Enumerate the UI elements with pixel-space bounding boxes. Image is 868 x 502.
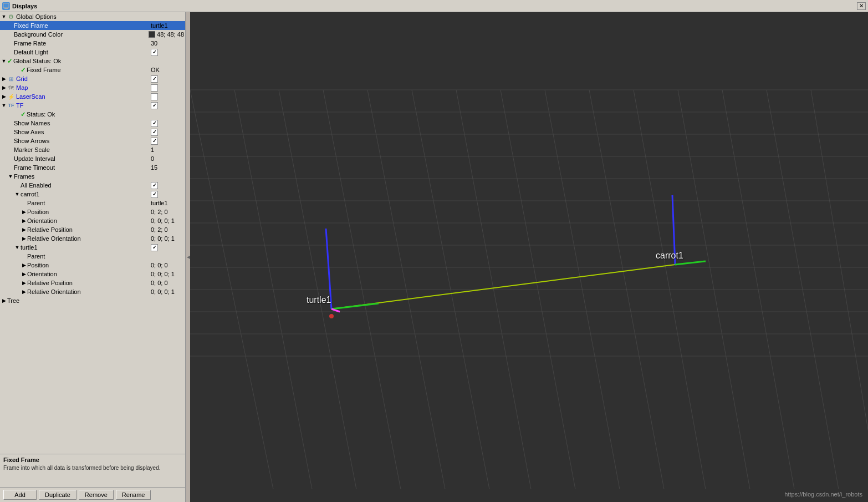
global-status-ff-row[interactable]: ✓ Fixed Frame OK xyxy=(0,65,185,74)
carrot1-relori-expand[interactable] xyxy=(21,236,27,241)
turtle1-x-axis xyxy=(331,303,379,309)
carrot1-z-axis xyxy=(672,195,675,265)
turtle1-position-row[interactable]: Position 0; 0; 0 xyxy=(0,261,185,270)
turtle1-relori-row[interactable]: Relative Orientation 0; 0; 0; 1 xyxy=(0,287,185,296)
info-panel: Fixed Frame Frame into which all data is… xyxy=(0,454,185,487)
background-color-row[interactable]: Background Color 48; 48; 48 xyxy=(0,30,185,39)
carrot1-relori-row[interactable]: Relative Orientation 0; 0; 0; 1 xyxy=(0,234,185,243)
tree-expand[interactable] xyxy=(1,298,7,303)
grid-icon: ⊞ xyxy=(7,75,15,83)
all-enabled-label: All Enabled xyxy=(21,182,149,189)
tf-status-row[interactable]: ✓ Status: Ok xyxy=(0,110,185,119)
carrot1-relpos-expand[interactable] xyxy=(21,227,27,232)
duplicate-button[interactable]: Duplicate xyxy=(39,490,76,500)
turtle1-orientation-expand[interactable] xyxy=(21,271,27,277)
turtle1-relori-expand[interactable] xyxy=(21,289,27,295)
turtle1-position-expand[interactable] xyxy=(21,262,27,268)
carrot1-parent-label: Parent xyxy=(27,200,149,206)
global-options-expand[interactable] xyxy=(1,14,7,19)
show-axes-checkbox[interactable] xyxy=(151,129,158,136)
map-expand[interactable] xyxy=(1,85,7,90)
laserscan-row[interactable]: ⚡ LaserScan xyxy=(0,92,185,101)
show-arrows-row[interactable]: Show Arrows xyxy=(0,136,185,145)
fixed-frame-row[interactable]: Fixed Frame turtle1 xyxy=(0,21,185,30)
carrot1-x-axis xyxy=(675,261,706,265)
show-names-label: Show Names xyxy=(14,120,149,126)
sidebar: ⚙ Global Options Fixed Frame turtle1 Bac… xyxy=(0,12,186,502)
carrot1-parent-row[interactable]: Parent turtle1 xyxy=(0,199,185,207)
show-names-value xyxy=(151,120,184,127)
grid-checkbox[interactable] xyxy=(151,75,158,83)
map-row[interactable]: 🗺 Map xyxy=(0,83,185,92)
carrot1-position-expand[interactable] xyxy=(21,209,27,215)
global-status-check: ✓ xyxy=(7,58,12,65)
grid-row[interactable]: ⊞ Grid xyxy=(0,74,185,83)
tf-checkbox[interactable] xyxy=(151,102,158,109)
turtle1-position-value: 0; 0; 0 xyxy=(151,262,184,268)
frames-expand[interactable] xyxy=(8,174,13,179)
svg-line-29 xyxy=(811,90,868,456)
button-bar: Add Duplicate Remove Rename xyxy=(0,487,185,502)
remove-button[interactable]: Remove xyxy=(79,490,114,500)
update-interval-row[interactable]: Update Interval 0 xyxy=(0,154,185,163)
default-light-checkbox[interactable] xyxy=(151,49,158,56)
frames-row[interactable]: Frames xyxy=(0,172,185,181)
tf-expand[interactable] xyxy=(1,103,7,108)
show-names-row[interactable]: Show Names xyxy=(0,119,185,128)
all-enabled-row[interactable]: All Enabled xyxy=(0,181,185,190)
turtle1-expand[interactable] xyxy=(14,245,20,250)
laserscan-checkbox[interactable] xyxy=(151,93,158,100)
laserscan-label: LaserScan xyxy=(16,93,149,100)
collapse-handle[interactable] xyxy=(186,12,190,502)
carrot1-checkbox[interactable] xyxy=(151,191,158,198)
show-names-checkbox[interactable] xyxy=(151,120,158,127)
turtle1-relpos-value: 0; 0; 0 xyxy=(151,280,184,286)
global-status-expand[interactable] xyxy=(1,58,7,64)
background-color-label: Background Color xyxy=(14,31,146,38)
carrot1-value xyxy=(151,191,184,198)
global-status-row[interactable]: ✓ Global Status: Ok xyxy=(0,57,185,65)
map-checkbox[interactable] xyxy=(151,84,158,92)
gear-icon: ⚙ xyxy=(7,13,15,21)
carrot1-orientation-value: 0; 0; 0; 1 xyxy=(151,217,184,224)
fixed-frame-value: turtle1 xyxy=(151,22,184,29)
grid-expand[interactable] xyxy=(1,76,7,82)
show-arrows-checkbox[interactable] xyxy=(151,138,158,145)
displays-icon xyxy=(2,2,10,10)
turtle1-checkbox[interactable] xyxy=(151,244,158,251)
default-light-value xyxy=(151,49,184,56)
carrot1-expand[interactable] xyxy=(14,191,20,197)
carrot1-row[interactable]: carrot1 xyxy=(0,190,185,199)
carrot1-orientation-row[interactable]: Orientation 0; 0; 0; 1 xyxy=(0,216,185,225)
close-button[interactable]: ✕ xyxy=(857,2,866,10)
turtle1-label: turtle1 xyxy=(21,244,149,251)
turtle1-relpos-row[interactable]: Relative Position 0; 0; 0 xyxy=(0,278,185,287)
global-options-row[interactable]: ⚙ Global Options xyxy=(0,12,185,21)
show-axes-row[interactable]: Show Axes xyxy=(0,128,185,136)
turtle1-orientation-row[interactable]: Orientation 0; 0; 0; 1 xyxy=(0,270,185,278)
laserscan-value xyxy=(151,93,184,100)
laserscan-expand[interactable] xyxy=(1,94,7,99)
turtle1-parent-row[interactable]: Parent xyxy=(0,252,185,261)
turtle1-row[interactable]: turtle1 xyxy=(0,243,185,252)
all-enabled-checkbox[interactable] xyxy=(151,182,158,189)
frame-timeout-row[interactable]: Frame Timeout 15 xyxy=(0,163,185,172)
tree-label: Tree xyxy=(7,297,184,304)
marker-scale-row[interactable]: Marker Scale 1 xyxy=(0,145,185,154)
rename-button[interactable]: Rename xyxy=(116,490,151,500)
default-light-row[interactable]: Default Light xyxy=(0,48,185,57)
viewport[interactable]: turtle1 carrot1 https://blog.csdn.net/i_… xyxy=(190,12,868,502)
carrot1-relpos-row[interactable]: Relative Position 0; 2; 0 xyxy=(0,225,185,234)
frame-rate-row[interactable]: Frame Rate 30 xyxy=(0,39,185,48)
carrot1-position-row[interactable]: Position 0; 2; 0 xyxy=(0,207,185,216)
frame-rate-value: 30 xyxy=(151,40,184,47)
show-arrows-value xyxy=(151,138,184,145)
turtle1-relpos-expand[interactable] xyxy=(21,280,27,286)
info-text: Frame into which all data is transformed… xyxy=(3,464,182,471)
title-bar-title: Displays xyxy=(12,3,37,9)
add-button[interactable]: Add xyxy=(3,490,37,500)
tf-row[interactable]: TF TF xyxy=(0,101,185,110)
carrot1-orientation-expand[interactable] xyxy=(21,218,27,224)
tree-row[interactable]: Tree xyxy=(0,296,185,305)
tree-area[interactable]: ⚙ Global Options Fixed Frame turtle1 Bac… xyxy=(0,12,185,454)
